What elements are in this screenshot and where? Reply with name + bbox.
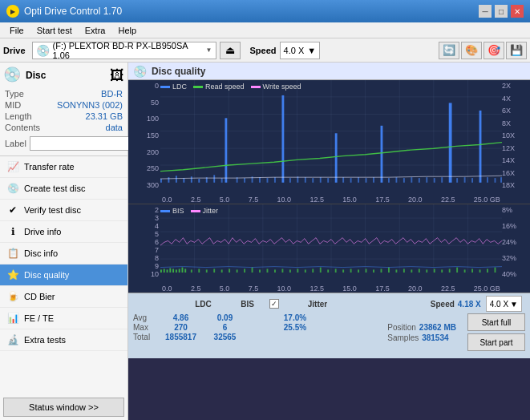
nav-drive-info-label: Drive info xyxy=(24,227,61,236)
svg-rect-122 xyxy=(495,268,496,273)
menu-help[interactable]: Help xyxy=(111,24,143,37)
nav-verify-test-disc[interactable]: ✔ Verify test disc xyxy=(0,200,127,221)
nav-verify-test-disc-label: Verify test disc xyxy=(24,205,81,215)
nav-drive-info[interactable]: ℹ Drive info xyxy=(0,221,127,243)
svg-rect-94 xyxy=(281,269,283,273)
svg-rect-93 xyxy=(274,269,276,273)
jitter-checkbox[interactable]: ✓ xyxy=(269,299,285,309)
avg-ldc: 4.86 xyxy=(159,313,203,322)
nav-disc-quality[interactable]: ⭐ Disc quality xyxy=(0,265,127,286)
sidebar: 💿 Disc 🖼 Type BD-R MID SONYNN3 (002) Len… xyxy=(0,63,128,420)
svg-rect-98 xyxy=(312,269,314,273)
nav-fe-te-label: FE / TE xyxy=(24,313,54,323)
nav-extra-tests[interactable]: 🔬 Extra tests xyxy=(0,329,127,351)
main-layout: 💿 Disc 🖼 Type BD-R MID SONYNN3 (002) Len… xyxy=(0,63,530,420)
nav-disc-info[interactable]: 📋 Disc info xyxy=(0,243,127,265)
svg-rect-88 xyxy=(237,269,238,273)
stats-bar: LDC BIS ✓ Jitter Speed 4.18 X 4.0 X ▼ xyxy=(128,293,530,358)
stats-speed-selector[interactable]: 4.0 X ▼ xyxy=(486,296,522,312)
svg-rect-121 xyxy=(487,269,488,273)
speed-label: Speed xyxy=(250,46,277,55)
app-icon: ▶ xyxy=(6,5,19,18)
nav-cd-bier-label: CD Bier xyxy=(24,292,55,301)
svg-rect-111 xyxy=(411,269,412,273)
speed-selector[interactable]: 4.0 X ▼ xyxy=(280,42,321,59)
disc-type-row: Type BD-R xyxy=(3,88,124,99)
bis-legend-label: BIS xyxy=(172,207,184,215)
drive-info-icon: ℹ xyxy=(6,225,19,238)
nav-disc-info-label: Disc info xyxy=(24,248,58,258)
bottom-chart-x-axis: 0.0 2.5 5.0 7.5 10.0 12.5 15.0 17.5 20.0… xyxy=(160,278,502,293)
svg-rect-43 xyxy=(358,177,359,183)
svg-rect-37 xyxy=(305,177,306,183)
svg-rect-35 xyxy=(289,178,291,183)
menu-file[interactable]: File xyxy=(3,24,30,37)
svg-rect-86 xyxy=(221,269,223,273)
svg-rect-23 xyxy=(281,95,284,183)
disc-label-row: Label 🔍 xyxy=(3,135,124,152)
svg-rect-112 xyxy=(419,269,420,273)
nav-cd-bier[interactable]: 🍺 CD Bier xyxy=(0,286,127,308)
nav-transfer-rate[interactable]: 📈 Transfer rate xyxy=(0,156,127,178)
disc-label-input[interactable] xyxy=(30,136,136,151)
svg-rect-99 xyxy=(320,268,322,273)
svg-rect-16 xyxy=(176,176,177,183)
svg-rect-84 xyxy=(206,269,208,273)
svg-rect-30 xyxy=(244,178,245,183)
menu-start-test[interactable]: Start test xyxy=(30,24,79,37)
content-area: 💿 Disc quality LDC Read speed Write spee… xyxy=(128,63,530,420)
save-button[interactable]: 💾 xyxy=(506,42,527,59)
svg-rect-74 xyxy=(164,269,165,273)
bottom-chart: BIS Jitter 10 9 8 7 6 5 4 3 2 1 xyxy=(128,204,530,293)
cd-bier-icon: 🍺 xyxy=(6,290,19,303)
drive-selector-text: (F:) PLEXTOR BD-R PX-LB950SA 1.06 xyxy=(53,41,203,60)
target-button[interactable]: 🎯 xyxy=(483,42,504,59)
svg-rect-77 xyxy=(172,269,174,273)
total-label: Total xyxy=(133,333,159,341)
svg-rect-55 xyxy=(464,177,466,183)
start-full-button[interactable]: Start full xyxy=(467,313,525,331)
write-speed-legend-dot xyxy=(251,86,261,88)
top-chart-svg xyxy=(160,80,502,183)
legend-jitter: Jitter xyxy=(191,207,219,215)
svg-rect-117 xyxy=(456,268,458,273)
maximize-button[interactable]: □ xyxy=(495,5,508,18)
disc-mid-row: MID SONYNN3 (002) xyxy=(3,99,124,111)
max-label: Max xyxy=(133,323,159,332)
svg-rect-22 xyxy=(225,118,227,182)
jitter-check-box[interactable]: ✓ xyxy=(269,299,279,309)
svg-rect-18 xyxy=(191,176,192,183)
start-part-button[interactable]: Start part xyxy=(467,333,525,351)
bis-legend-dot xyxy=(160,210,170,212)
svg-rect-59 xyxy=(500,177,502,183)
bottom-chart-y-left: 10 9 8 7 6 5 4 3 2 1 xyxy=(128,204,160,278)
svg-rect-83 xyxy=(198,269,200,273)
menu-extra[interactable]: Extra xyxy=(79,24,112,37)
svg-rect-80 xyxy=(182,268,184,273)
minimize-button[interactable]: ─ xyxy=(479,5,492,18)
drive-selector[interactable]: 💿 (F:) PLEXTOR BD-R PX-LB950SA 1.06 ▼ xyxy=(32,42,216,59)
nav-create-test-disc[interactable]: 💿 Create test disc xyxy=(0,178,127,200)
disc-quality-header: 💿 Disc quality xyxy=(128,63,530,80)
nav-fe-te[interactable]: 📊 FE / TE xyxy=(0,308,127,329)
bottom-chart-legend: BIS Jitter xyxy=(160,207,218,215)
menubar: File Start test Extra Help xyxy=(0,22,530,38)
disc-color-button[interactable]: 🎨 xyxy=(461,42,482,59)
status-window-button[interactable]: Status window >> xyxy=(3,398,124,417)
disc-header: 💿 Disc 🖼 xyxy=(3,66,124,85)
drivebar: Drive 💿 (F:) PLEXTOR BD-R PX-LB950SA 1.0… xyxy=(0,38,530,63)
svg-rect-79 xyxy=(179,269,180,273)
drive-selector-icon: 💿 xyxy=(36,44,50,57)
svg-rect-76 xyxy=(169,269,171,273)
max-jitter: 25.5% xyxy=(263,323,327,332)
ldc-legend-dot xyxy=(160,86,170,88)
svg-rect-14 xyxy=(160,179,162,183)
eject-button[interactable]: ⏏ xyxy=(220,42,241,59)
close-button[interactable]: ✕ xyxy=(511,5,524,18)
svg-rect-15 xyxy=(168,177,169,183)
speed-arrow: ▼ xyxy=(307,46,316,55)
svg-rect-17 xyxy=(183,178,184,183)
stats-bis-header: BIS xyxy=(225,300,269,309)
svg-rect-39 xyxy=(320,177,322,183)
refresh-button[interactable]: 🔄 xyxy=(439,42,459,59)
